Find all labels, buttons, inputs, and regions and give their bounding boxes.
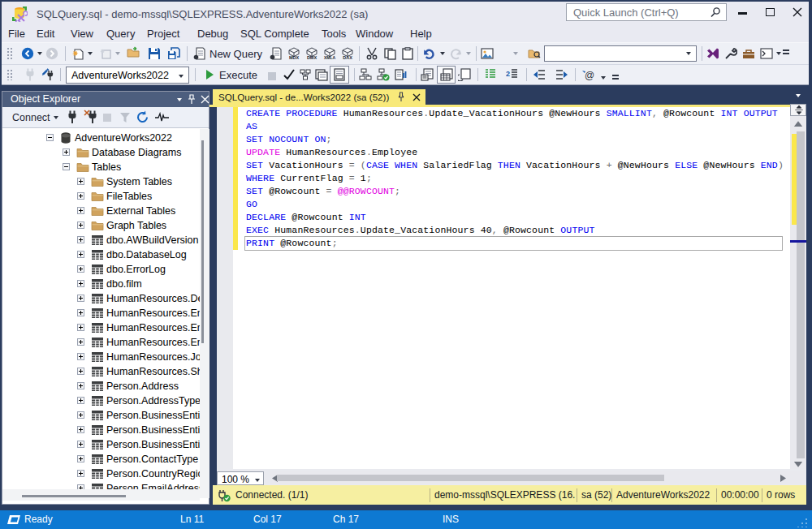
svg-text:MDX: MDX [289,55,300,60]
svg-text:DAX: DAX [343,55,352,60]
svg-text:DMX: DMX [307,55,317,60]
svg-text:XMLA: XMLA [324,55,336,60]
svg-text:2: 2 [506,70,510,78]
svg-text:@: @ [585,70,594,81]
